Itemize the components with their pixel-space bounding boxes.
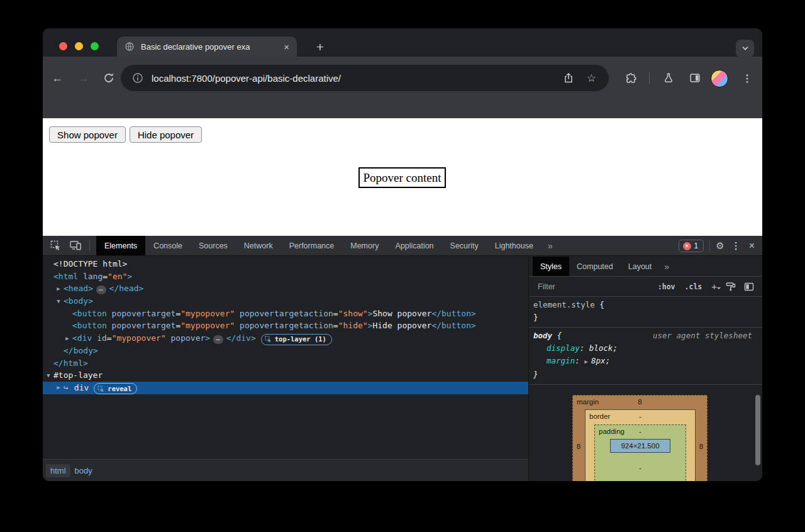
tab-title: Basic declarative popover exa [141, 42, 281, 52]
collapsed-arrow-icon[interactable]: ▶ [55, 382, 62, 394]
site-info-icon[interactable] [132, 72, 143, 84]
experiments-flask-icon[interactable] [662, 71, 675, 85]
chevron-down-icon [741, 44, 750, 53]
rule-selector[interactable]: element.style [533, 300, 595, 309]
box-model-diagram[interactable]: margin 8 8 8 - - - - border - padding - [572, 395, 708, 481]
traffic-minimize-button[interactable] [75, 42, 83, 50]
collapsed-children-ellipsis[interactable]: … [213, 335, 223, 344]
devtools-tab-sources[interactable]: Sources [191, 236, 236, 255]
border-top-value: - [586, 413, 695, 420]
styles-tab-computed[interactable]: Computed [569, 257, 621, 276]
devtools-menu-kebab-icon[interactable]: ⋮ [730, 240, 742, 252]
dock-sidebar-icon[interactable] [744, 282, 754, 292]
error-icon: × [683, 242, 691, 250]
show-popover-button[interactable]: Show popover [49, 126, 126, 143]
styles-filter-bar: Filter :hov .cls + [529, 277, 762, 297]
new-tab-button[interactable]: + [311, 39, 329, 57]
breadcrumb-html[interactable]: html [46, 464, 70, 477]
url-bar[interactable]: localhost:7800/popover-api/basic-declara… [121, 65, 609, 91]
browser-menu-kebab-icon[interactable]: ⋮ [740, 71, 754, 85]
tab-strip: Basic declarative popover exa × + [43, 28, 762, 57]
devtools-tab-performance[interactable]: Performance [281, 236, 343, 255]
devtools-tab-security[interactable]: Security [442, 236, 487, 255]
profile-avatar[interactable] [711, 70, 728, 87]
more-sidebar-tabs-icon[interactable]: » [664, 262, 669, 272]
dom-breadcrumb-bar: html body [43, 459, 528, 481]
rule-origin: user agent stylesheet [653, 330, 752, 342]
dom-tree-row[interactable]: ▼#top-layer [43, 369, 528, 382]
dom-tree-row[interactable]: ▶↪divreveal [43, 382, 528, 394]
css-property[interactable]: display: block; [529, 342, 762, 355]
console-error-badge[interactable]: × 1 [679, 240, 704, 252]
dom-tree-row[interactable]: <html lang="en"> [43, 270, 528, 283]
dom-tree-row[interactable]: <button popovertarget="mypopover" popove… [43, 319, 528, 332]
back-button[interactable]: ← [50, 71, 64, 85]
toolbar-divider [649, 72, 650, 84]
styles-tab-styles[interactable]: Styles [533, 257, 569, 276]
share-icon[interactable] [563, 72, 574, 84]
badge-inspect-icon [265, 336, 272, 343]
reload-button[interactable] [103, 72, 116, 86]
devtools-tab-memory[interactable]: Memory [342, 236, 387, 255]
traffic-close-button[interactable] [59, 42, 67, 50]
collapsed-arrow-icon[interactable]: ▶ [64, 333, 71, 345]
device-toolbar-icon[interactable] [70, 241, 82, 250]
devtools-tab-application[interactable]: Application [387, 236, 441, 255]
dom-tree-row[interactable]: <button popovertarget="mypopover" popove… [43, 308, 528, 320]
bookmark-star-icon[interactable]: ☆ [587, 72, 596, 85]
dom-tree-row[interactable]: ▶<head>…</head> [43, 282, 528, 295]
adorner-badge[interactable]: reveal [94, 383, 137, 394]
more-panels-icon[interactable]: » [548, 241, 553, 251]
devtools-tab-bar: ElementsConsoleSourcesNetworkPerformance… [96, 236, 541, 255]
devtools-toolbar: ElementsConsoleSourcesNetworkPerformance… [43, 236, 762, 256]
browser-toolbar: ← → localhost:7800/popover-api/basic-dec… [43, 57, 762, 118]
styles-tab-layout[interactable]: Layout [621, 257, 660, 276]
breadcrumb-body[interactable]: body [70, 464, 97, 477]
tab-close-icon[interactable]: × [281, 42, 292, 52]
dom-tree-row[interactable]: ▶<div id="mypopover" popover>…</div>top-… [43, 332, 528, 345]
styles-sidebar: StylesComputedLayout» Filter :hov .cls +… [529, 257, 762, 481]
elements-dom-pane: <!DOCTYPE html><html lang="en">▶<head>…<… [43, 257, 528, 459]
forward-button[interactable]: → [77, 71, 91, 85]
rule-selector[interactable]: body [533, 331, 552, 340]
url-text[interactable]: localhost:7800/popover-api/basic-declara… [152, 73, 563, 84]
devtools-tab-console[interactable]: Console [145, 236, 191, 255]
inspect-element-icon[interactable] [50, 240, 61, 251]
popover-content: Popover content [358, 167, 446, 188]
filter-input[interactable]: Filter [538, 282, 658, 291]
adorner-badge[interactable]: top-layer (1) [261, 334, 332, 345]
toggle-class-button[interactable]: .cls [685, 282, 702, 291]
extensions-icon[interactable] [624, 71, 638, 85]
devtools-tab-network[interactable]: Network [236, 236, 281, 255]
paint-roller-icon[interactable] [726, 282, 736, 292]
devtools-tab-lighthouse[interactable]: Lighthouse [487, 236, 541, 255]
devtools-settings-gear-icon[interactable]: ⚙ [716, 240, 724, 252]
collapsed-arrow-icon[interactable]: ▶ [55, 283, 62, 296]
styles-scrollbar-thumb[interactable] [755, 395, 760, 465]
style-rule[interactable]: element.style {} [529, 297, 762, 328]
style-rules-list: element.style {}body {user agent stylesh… [529, 297, 762, 385]
box-model-padding-box: padding - - 924×21.500 [594, 424, 686, 481]
dom-tree-row[interactable]: <!DOCTYPE html> [43, 258, 528, 270]
dom-tree-row[interactable]: </body> [43, 345, 528, 357]
globe-favicon-icon [125, 42, 135, 52]
tab-search-chevron-button[interactable] [736, 40, 754, 57]
expanded-arrow-icon[interactable]: ▼ [45, 370, 52, 382]
css-property[interactable]: margin: ▶ 8px; [529, 355, 762, 369]
devtools-right-divider [709, 241, 710, 252]
dom-tree-row[interactable]: </html> [43, 357, 528, 370]
devtools-close-icon[interactable]: × [748, 240, 756, 252]
margin-left-value: 8 [575, 441, 582, 452]
hide-popover-button[interactable]: Hide popover [130, 126, 202, 143]
devtools-tab-elements[interactable]: Elements [96, 236, 145, 255]
browser-tab[interactable]: Basic declarative popover exa × [117, 36, 297, 57]
toggle-hover-state-button[interactable]: :hov [658, 282, 675, 291]
style-rule[interactable]: body {user agent stylesheetdisplay: bloc… [529, 328, 762, 385]
dom-tree-row[interactable]: ▼<body> [43, 295, 528, 308]
new-style-rule-button[interactable]: + [711, 281, 717, 292]
expanded-arrow-icon[interactable]: ▼ [55, 296, 62, 308]
side-panel-icon[interactable] [688, 71, 702, 85]
collapsed-children-ellipsis[interactable]: … [96, 285, 106, 294]
devtools-toolbar-divider [89, 240, 90, 251]
traffic-zoom-button[interactable] [91, 42, 99, 50]
